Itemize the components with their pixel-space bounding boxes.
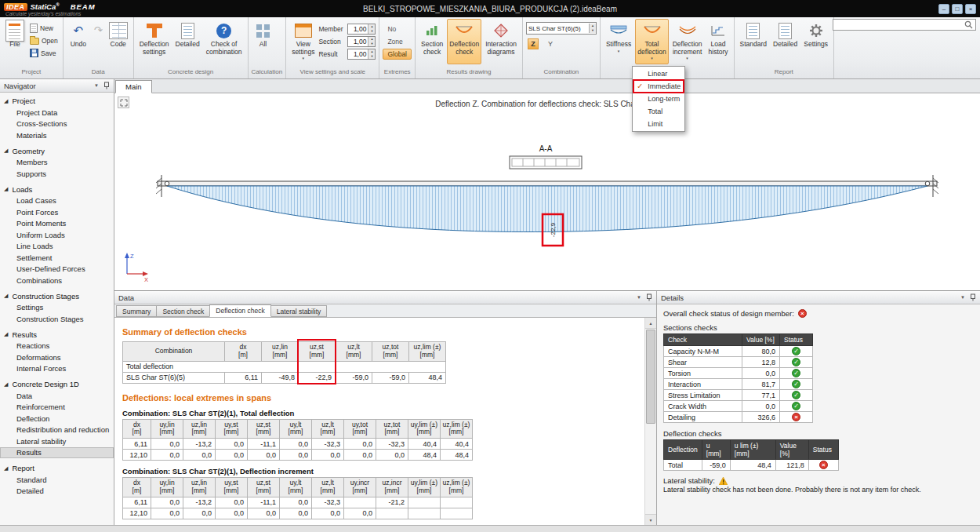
- nav-section-geometry[interactable]: ◢Geometry: [0, 145, 114, 157]
- check-of-combination-button[interactable]: ? Check of combination: [204, 19, 245, 64]
- code-button[interactable]: Code: [107, 19, 130, 64]
- tab-deflection-check[interactable]: Deflection check: [209, 304, 270, 317]
- interaction-diagrams-button[interactable]: Interaction diagrams: [483, 19, 519, 64]
- redo-button[interactable]: ↷: [92, 19, 105, 64]
- new-button[interactable]: New: [28, 22, 60, 34]
- cell: 0,0: [280, 439, 312, 450]
- panel-menu-icon[interactable]: ▼: [637, 295, 641, 300]
- detailed-check-button[interactable]: Detailed: [173, 19, 202, 64]
- deflection-check-button[interactable]: Deflection check: [447, 19, 481, 64]
- search-input[interactable]: [836, 20, 964, 30]
- load-history-button[interactable]: Load history: [706, 19, 731, 64]
- search-box[interactable]: [833, 19, 976, 31]
- nav-item-settlement[interactable]: Settlement: [0, 252, 114, 264]
- nav-item-deformations[interactable]: Deformations: [0, 352, 114, 363]
- report-standard-button[interactable]: Standard: [738, 19, 770, 64]
- direction-y-toggle[interactable]: Y: [548, 40, 553, 48]
- stepper-arrows-icon[interactable]: ▲▼: [368, 37, 375, 46]
- deflection-increment-button[interactable]: Deflection increment ▾: [670, 19, 705, 64]
- minimize-button[interactable]: –: [938, 4, 949, 14]
- nav-item-redistribution-and-reduction[interactable]: Redistribution and reduction: [0, 425, 114, 436]
- nav-item-lateral-stability[interactable]: Lateral stability: [0, 435, 114, 447]
- stepper-arrows-icon[interactable]: ▲▼: [368, 49, 375, 59]
- nav-item-point-moments[interactable]: Point Moments: [0, 218, 114, 230]
- nav-item-reinforcement[interactable]: Reinforcement: [0, 402, 114, 414]
- save-button[interactable]: Save: [28, 47, 60, 59]
- tab-summary[interactable]: Summary: [116, 305, 157, 317]
- nav-item-point-forces[interactable]: Point Forces: [0, 206, 114, 218]
- nav-item-settings[interactable]: Settings: [0, 302, 114, 314]
- maximize-button[interactable]: □: [952, 4, 963, 14]
- nav-item-internal-forces[interactable]: Internal Forces: [0, 363, 114, 375]
- stepper-arrows-icon[interactable]: ▲▼: [368, 24, 375, 34]
- nav-item-supports[interactable]: Supports: [0, 168, 114, 180]
- undo-button[interactable]: ↶ Undo: [67, 19, 90, 64]
- combination-select[interactable]: SLS Char ST(6)(5) ▲▼: [526, 22, 597, 35]
- section-scale-stepper[interactable]: 1,00 ▲▼: [347, 36, 376, 47]
- nav-item-combinations[interactable]: Combinations: [0, 275, 114, 286]
- deflection-diagram[interactable]: [167, 186, 927, 232]
- nav-section-report[interactable]: ◢Report: [0, 462, 114, 474]
- nav-section-concrete-design-1d[interactable]: ◢Concrete Design 1D: [0, 378, 114, 390]
- menu-item-total[interactable]: Total: [633, 105, 684, 118]
- deflection-settings-button[interactable]: Deflection settings: [137, 19, 172, 64]
- scroll-down-icon[interactable]: ▼: [645, 514, 656, 525]
- nav-section-results[interactable]: ◢Results: [0, 329, 114, 341]
- open-button[interactable]: Open: [28, 35, 60, 46]
- nav-item-load-cases[interactable]: Load Cases: [0, 195, 114, 207]
- nav-item-detailed[interactable]: Detailed: [0, 486, 114, 497]
- close-button[interactable]: ×: [965, 4, 976, 14]
- panel-menu-icon[interactable]: ▼: [94, 83, 99, 88]
- nav-item-deflection[interactable]: Deflection: [0, 413, 114, 425]
- menu-item-immediate[interactable]: ✓Immediate: [633, 80, 684, 93]
- stiffness-button[interactable]: Stiffness ▾: [604, 19, 633, 64]
- nav-item-members[interactable]: Members: [0, 157, 114, 169]
- scroll-up-icon[interactable]: ▲: [645, 318, 656, 329]
- expand-view-button[interactable]: [118, 97, 129, 108]
- menu-item-limit[interactable]: Limit: [633, 118, 684, 130]
- file-button[interactable]: File: [3, 19, 27, 64]
- nav-item-reactions[interactable]: Reactions: [0, 341, 114, 352]
- nav-item-standard[interactable]: Standard: [0, 474, 114, 486]
- calculate-all-button[interactable]: All: [252, 19, 275, 64]
- tab-main[interactable]: Main: [115, 80, 152, 93]
- tab-lateral-stability[interactable]: Lateral stability: [270, 305, 328, 317]
- model-canvas[interactable]: Deflection Z. Combination for deflection…: [114, 93, 980, 291]
- extremes-no-button[interactable]: No: [383, 24, 412, 35]
- pin-icon[interactable]: [646, 293, 652, 301]
- combo-arrows-icon[interactable]: ▲▼: [589, 24, 596, 33]
- beam-member[interactable]: [158, 181, 937, 186]
- nav-section-construction-stages[interactable]: ◢Construction Stages: [0, 290, 114, 302]
- total-deflection-button[interactable]: Total deflection ▾: [635, 19, 668, 64]
- nav-item-construction-stages[interactable]: Construction Stages: [0, 313, 114, 325]
- member-scale-stepper[interactable]: 1,00 ▲▼: [347, 24, 376, 35]
- section-check-button[interactable]: Section check: [419, 19, 445, 64]
- panel-menu-icon[interactable]: ▼: [960, 295, 965, 300]
- view-settings-button[interactable]: View settings ▾: [289, 19, 317, 64]
- nav-item-uniform-loads[interactable]: Uniform Loads: [0, 229, 114, 241]
- data-scrollbar[interactable]: ▲ ▼: [644, 318, 656, 525]
- extremes-global-button[interactable]: Global: [383, 49, 412, 60]
- extremes-zone-button[interactable]: Zone: [383, 36, 412, 47]
- pin-icon[interactable]: [970, 293, 976, 301]
- result-scale-stepper[interactable]: 1,00 ▲▼: [347, 49, 376, 60]
- report-detailed-button[interactable]: Detailed: [771, 19, 800, 64]
- menu-item-linear[interactable]: Linear: [633, 67, 684, 80]
- nav-item-materials[interactable]: Materials: [0, 129, 114, 141]
- pin-icon[interactable]: [103, 82, 110, 89]
- nav-item-project-data[interactable]: Project Data: [0, 107, 114, 118]
- menu-item-long-term[interactable]: Long-term: [633, 93, 684, 105]
- scroll-thumb[interactable]: [646, 330, 655, 424]
- nav-section-loads[interactable]: ◢Loads: [0, 184, 114, 195]
- nav-item-line-loads[interactable]: Line Loads: [0, 241, 114, 253]
- cell: 0,0: [151, 439, 183, 450]
- nav-item-data[interactable]: Data: [0, 390, 114, 402]
- tab-section-check[interactable]: Section check: [156, 305, 210, 317]
- nav-section-project[interactable]: ◢Project: [0, 95, 114, 107]
- nav-item-cross-sections[interactable]: Cross-Sections: [0, 118, 114, 130]
- direction-z-toggle[interactable]: Z: [528, 38, 539, 49]
- report-settings-button[interactable]: Settings: [801, 19, 830, 64]
- nav-item-results[interactable]: Results: [0, 447, 114, 459]
- bottom-panels: Data ▼ Summary Section check Deflection …: [114, 291, 980, 525]
- nav-item-user-defined-forces[interactable]: User-Defined Forces: [0, 264, 114, 275]
